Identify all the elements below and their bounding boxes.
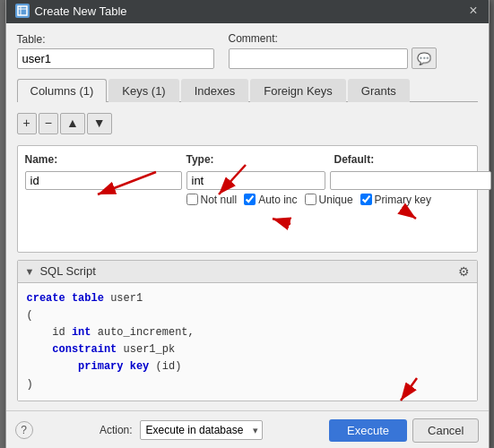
column-headers: Name: Type: Default: xyxy=(25,153,470,166)
dialog-icon xyxy=(15,4,30,18)
remove-column-button[interactable]: − xyxy=(39,113,58,134)
comment-input[interactable] xyxy=(229,48,408,69)
sql-title: SQL Script xyxy=(39,264,95,278)
create-table-dialog: Create New Table × Table: Comment: 💬 Col… xyxy=(5,0,490,448)
auto-inc-checkbox[interactable] xyxy=(244,194,256,205)
comment-label: Comment: xyxy=(229,32,437,45)
help-button[interactable]: ? xyxy=(15,421,33,439)
tab-keys[interactable]: Keys (1) xyxy=(108,79,178,102)
unique-label: Unique xyxy=(319,194,353,206)
sql-line-2: ( xyxy=(27,307,468,324)
action-right: Execute Cancel xyxy=(329,418,479,443)
column-type-input[interactable] xyxy=(186,171,325,190)
dialog-title: Create New Table xyxy=(35,4,127,18)
tabs: Columns (1) Keys (1) Indexes Foreign Key… xyxy=(17,78,478,102)
table-name-label: Table: xyxy=(17,33,214,46)
default-column-header: Default: xyxy=(334,153,470,166)
sql-section-header: ▼ SQL Script ⚙ xyxy=(18,261,477,283)
not-null-label: Not null xyxy=(201,194,238,206)
sql-collapse-button[interactable]: ▼ xyxy=(25,266,35,277)
close-button[interactable]: × xyxy=(467,4,479,18)
comment-button[interactable]: 💬 xyxy=(412,47,437,69)
primary-key-checkbox[interactable] xyxy=(360,194,372,205)
checkboxes-row: Not null Auto inc Unique Primary key xyxy=(186,194,470,206)
unique-checkbox-item: Unique xyxy=(305,194,353,206)
auto-inc-checkbox-item: Auto inc xyxy=(244,194,297,206)
columns-area-wrapper: Name: Type: Default: 💬 Not null xyxy=(17,145,478,253)
action-select-wrapper: Execute in database Persist in clipboard xyxy=(140,420,263,440)
not-null-checkbox-item: Not null xyxy=(186,194,238,206)
table-comment-row: Table: Comment: 💬 xyxy=(17,32,478,69)
sql-line-3: id int auto_increment, xyxy=(27,324,468,341)
title-bar-left: Create New Table xyxy=(15,4,127,18)
unique-checkbox[interactable] xyxy=(305,194,316,205)
sql-section: ▼ SQL Script ⚙ create table user1 ( id i… xyxy=(17,260,478,401)
comment-row: 💬 xyxy=(229,47,437,69)
move-down-button[interactable]: ▼ xyxy=(87,113,112,134)
sql-header-left: ▼ SQL Script xyxy=(25,264,96,278)
dialog-body: Table: Comment: 💬 Columns (1) Keys (1) I… xyxy=(6,23,489,410)
table-name-input[interactable] xyxy=(17,48,214,69)
sql-line-5: primary key (id) xyxy=(27,358,468,375)
action-select[interactable]: Execute in database Persist in clipboard xyxy=(140,420,263,440)
action-center: Action: Execute in database Persist in c… xyxy=(100,420,263,440)
table-row: 💬 xyxy=(25,171,470,190)
comment-group: Comment: 💬 xyxy=(229,32,437,69)
sql-line-4: constraint user1_pk xyxy=(27,341,468,358)
sql-line-6: ) xyxy=(27,376,468,393)
table-name-group: Table: xyxy=(17,33,214,69)
sql-settings-button[interactable]: ⚙ xyxy=(458,264,470,279)
tab-indexes[interactable]: Indexes xyxy=(181,79,249,102)
sql-content: create table user1 ( id int auto_increme… xyxy=(18,283,477,401)
title-bar: Create New Table × xyxy=(6,0,489,23)
type-column-header: Type: xyxy=(186,153,334,166)
column-name-input[interactable] xyxy=(25,171,182,190)
primary-key-label: Primary key xyxy=(375,194,431,206)
tab-grants[interactable]: Grants xyxy=(348,79,410,102)
svg-rect-0 xyxy=(18,6,27,15)
action-left: ? xyxy=(15,421,33,439)
columns-toolbar: + − ▲ ▼ xyxy=(17,109,478,138)
action-label: Action: xyxy=(100,424,133,436)
columns-table-area: Name: Type: Default: 💬 Not null xyxy=(17,145,478,253)
sql-line-1: create table user1 xyxy=(27,290,468,307)
move-up-button[interactable]: ▲ xyxy=(60,113,85,134)
column-default-input[interactable] xyxy=(330,171,491,190)
cancel-button[interactable]: Cancel xyxy=(412,418,479,443)
name-column-header: Name: xyxy=(25,153,186,166)
primary-key-checkbox-item: Primary key xyxy=(360,194,431,206)
execute-button[interactable]: Execute xyxy=(329,419,407,442)
action-bar: ? Action: Execute in database Persist in… xyxy=(6,410,489,448)
tab-foreign-keys[interactable]: Foreign Keys xyxy=(250,79,346,102)
auto-inc-label: Auto inc xyxy=(258,194,297,206)
add-column-button[interactable]: + xyxy=(17,113,37,134)
tab-columns[interactable]: Columns (1) xyxy=(17,79,108,102)
not-null-checkbox[interactable] xyxy=(186,194,198,205)
